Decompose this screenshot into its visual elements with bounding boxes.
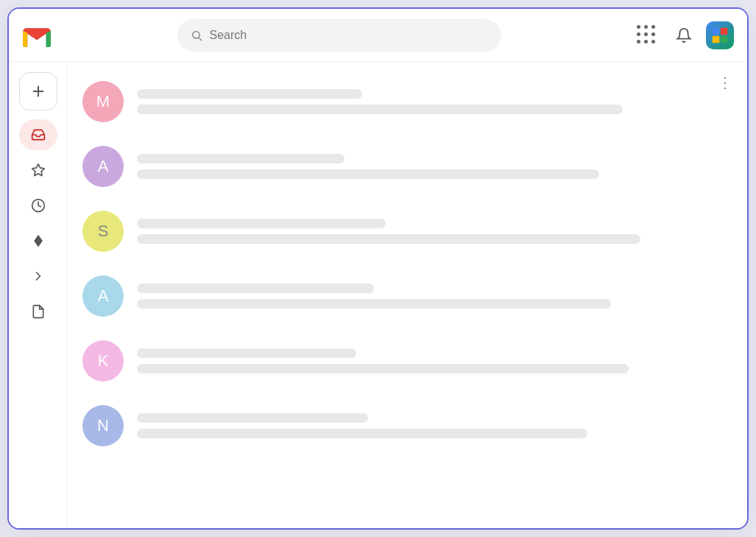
sidebar-item-sent[interactable] — [19, 261, 57, 292]
email-preview-skeleton — [137, 364, 629, 373]
email-preview-skeleton — [137, 234, 640, 244]
email-row[interactable]: A — [68, 134, 747, 199]
apps-grid-icon — [637, 25, 657, 46]
email-content — [137, 89, 729, 114]
more-options-button[interactable]: ⋮ — [713, 71, 737, 94]
email-avatar: A — [82, 275, 124, 317]
sidebar-item-drafts[interactable] — [19, 296, 57, 327]
email-subject-skeleton — [137, 219, 386, 228]
email-row[interactable]: K — [68, 329, 747, 393]
email-preview-skeleton — [137, 105, 623, 114]
email-avatar: K — [82, 340, 124, 382]
email-preview-skeleton — [137, 429, 587, 438]
email-avatar: N — [82, 405, 124, 446]
email-row[interactable]: M — [68, 69, 747, 134]
main-content: ⋮ MASAKN — [68, 62, 747, 528]
email-content — [137, 219, 729, 244]
body: ⋮ MASAKN — [9, 62, 747, 528]
search-bar[interactable] — [177, 19, 501, 52]
profile-avatar[interactable] — [706, 21, 734, 49]
email-subject-skeleton — [137, 89, 362, 99]
svg-rect-3 — [721, 27, 728, 35]
search-icon — [191, 29, 202, 41]
email-content — [137, 348, 729, 373]
sidebar-item-snoozed[interactable] — [19, 190, 57, 221]
svg-rect-5 — [721, 35, 728, 43]
email-avatar: S — [82, 211, 124, 252]
svg-marker-10 — [34, 235, 43, 248]
compose-button[interactable] — [19, 72, 57, 110]
email-content — [137, 284, 729, 309]
gmail-logo[interactable] — [22, 21, 52, 50]
app-window: ⋮ MASAKN — [7, 7, 749, 530]
email-content — [137, 413, 729, 438]
email-avatar: M — [82, 81, 124, 122]
email-subject-skeleton — [137, 413, 368, 423]
email-list: MASAKN — [68, 69, 747, 458]
sidebar — [9, 62, 68, 528]
email-content — [137, 154, 729, 179]
email-row[interactable]: A — [68, 264, 747, 329]
apps-button[interactable] — [632, 21, 662, 50]
svg-rect-2 — [713, 27, 720, 35]
svg-marker-8 — [32, 164, 44, 176]
svg-line-1 — [199, 38, 202, 41]
search-input[interactable] — [210, 29, 488, 42]
header-actions — [632, 21, 734, 50]
email-preview-skeleton — [137, 299, 611, 309]
sidebar-item-important[interactable] — [19, 225, 57, 256]
email-preview-skeleton — [137, 169, 599, 179]
sidebar-item-inbox[interactable] — [19, 119, 57, 150]
notifications-button[interactable] — [669, 21, 699, 50]
email-subject-skeleton — [137, 284, 374, 293]
email-subject-skeleton — [137, 154, 345, 164]
svg-rect-4 — [713, 35, 720, 43]
email-subject-skeleton — [137, 348, 356, 358]
sidebar-item-starred[interactable] — [19, 155, 57, 186]
email-avatar: A — [82, 146, 124, 187]
header — [9, 9, 747, 62]
email-row[interactable]: N — [68, 393, 747, 458]
email-row[interactable]: S — [68, 199, 747, 264]
